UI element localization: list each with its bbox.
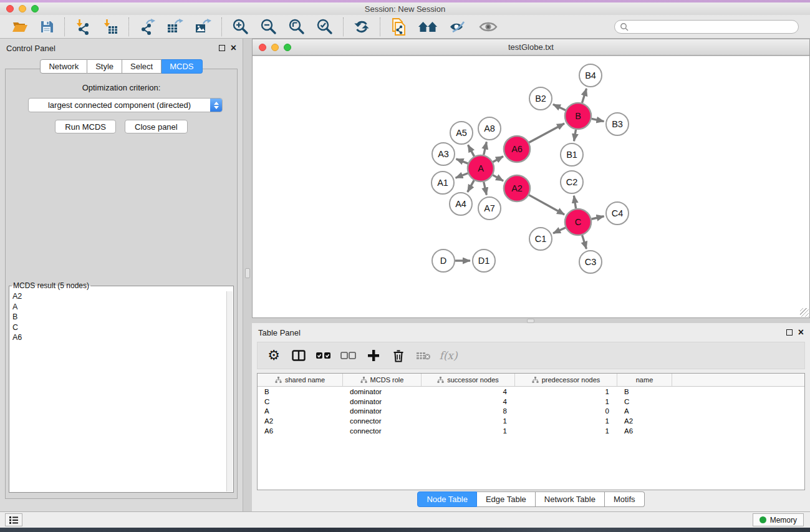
edge-A-A1[interactable] bbox=[456, 173, 468, 178]
table-cell[interactable]: A2 bbox=[258, 417, 343, 425]
zoom-out-button[interactable] bbox=[254, 17, 282, 37]
table-cell[interactable]: 1 bbox=[515, 417, 617, 425]
delete-table-button[interactable] bbox=[413, 344, 433, 367]
node-A1[interactable]: A1 bbox=[432, 172, 454, 194]
column-header-name[interactable]: name bbox=[617, 374, 672, 386]
open-file-button[interactable] bbox=[6, 17, 34, 37]
unselect-all-button[interactable] bbox=[339, 344, 359, 367]
table-row[interactable]: Cdominator41C bbox=[258, 397, 804, 407]
close-table-panel-icon[interactable]: × bbox=[798, 329, 804, 336]
table-row[interactable]: A6connector11A6 bbox=[258, 426, 804, 436]
mcds-result-item[interactable]: B bbox=[10, 312, 226, 322]
node-A4[interactable]: A4 bbox=[450, 193, 472, 215]
table-cell[interactable]: 4 bbox=[422, 398, 515, 405]
table-cell[interactable]: 4 bbox=[422, 388, 515, 395]
network-canvas[interactable]: B4B2BB3A8A5A6A3B1AA1C2A2A4A7C4CC1DD1C3 bbox=[253, 56, 809, 317]
zoom-in-button[interactable] bbox=[226, 17, 254, 37]
table-row[interactable]: A2connector11A2 bbox=[258, 416, 804, 426]
network-window-titlebar[interactable]: testGlobe.txt bbox=[253, 39, 809, 56]
table-cell[interactable]: B bbox=[258, 388, 343, 395]
table-cell[interactable]: A6 bbox=[258, 427, 343, 435]
import-network-button[interactable] bbox=[69, 17, 97, 37]
edge-B-B2[interactable] bbox=[553, 104, 566, 110]
node-A5[interactable]: A5 bbox=[450, 122, 473, 144]
column-header-mcds-role[interactable]: MCDS role bbox=[343, 374, 422, 386]
table-row[interactable]: Adominator80A bbox=[258, 406, 804, 416]
node-B[interactable]: B bbox=[565, 103, 591, 129]
table-cell[interactable]: 1 bbox=[422, 427, 515, 435]
node-B4[interactable]: B4 bbox=[579, 64, 602, 87]
hide-selected-button[interactable] bbox=[443, 17, 473, 37]
node-C3[interactable]: C3 bbox=[579, 251, 602, 273]
import-table-button[interactable] bbox=[97, 17, 124, 37]
table-cell[interactable]: A bbox=[258, 407, 343, 415]
table-cell[interactable]: 1 bbox=[422, 417, 515, 425]
window-resize-grip[interactable] bbox=[800, 308, 809, 317]
node-B3[interactable]: B3 bbox=[606, 113, 629, 135]
edge-B-B3[interactable] bbox=[592, 118, 604, 121]
node-A2[interactable]: A2 bbox=[504, 175, 530, 201]
edge-A6-B[interactable] bbox=[529, 123, 564, 143]
table-settings-button[interactable]: ⚙ bbox=[264, 344, 284, 367]
node-D[interactable]: D bbox=[432, 249, 455, 272]
node-A7[interactable]: A7 bbox=[478, 197, 501, 220]
mcds-result-item[interactable]: C bbox=[10, 322, 226, 333]
tab-select[interactable]: Select bbox=[122, 59, 162, 74]
column-header-shared-name[interactable]: shared name bbox=[258, 374, 343, 386]
table-cell[interactable]: dominator bbox=[343, 388, 422, 395]
table-cell[interactable]: dominator bbox=[343, 398, 422, 405]
zoom-selected-button[interactable] bbox=[311, 17, 339, 37]
table-cell[interactable]: 0 bbox=[515, 407, 617, 415]
edge-A-A3[interactable] bbox=[456, 159, 468, 163]
zoom-fit-button[interactable] bbox=[282, 17, 311, 37]
float-table-panel-icon[interactable] bbox=[786, 329, 793, 336]
export-table-button[interactable] bbox=[161, 17, 189, 37]
node-C2[interactable]: C2 bbox=[561, 171, 583, 193]
edge-A-A4[interactable] bbox=[468, 180, 474, 192]
close-panel-button[interactable]: Close panel bbox=[125, 120, 188, 133]
horizontal-split-handle[interactable] bbox=[527, 319, 534, 323]
table-cell[interactable]: 1 bbox=[515, 388, 617, 395]
close-panel-icon[interactable]: × bbox=[231, 45, 236, 51]
edge-A-A5[interactable] bbox=[468, 145, 475, 156]
table-tab-network-table[interactable]: Network Table bbox=[536, 491, 605, 507]
node-A[interactable]: A bbox=[468, 155, 494, 181]
table-tab-edge-table[interactable]: Edge Table bbox=[477, 491, 536, 507]
mcds-result-item[interactable]: A2 bbox=[10, 291, 226, 302]
run-mcds-button[interactable]: Run MCDS bbox=[55, 120, 116, 133]
table-cell[interactable]: 1 bbox=[515, 427, 617, 435]
column-header-predecessor-nodes[interactable]: predecessor nodes bbox=[515, 374, 617, 386]
node-B2[interactable]: B2 bbox=[529, 87, 552, 110]
edge-B-B4[interactable] bbox=[582, 89, 586, 103]
table-cell[interactable]: C bbox=[258, 398, 343, 405]
select-all-button[interactable] bbox=[314, 344, 334, 367]
mcds-result-item[interactable]: A6 bbox=[10, 332, 226, 343]
edge-A-A8[interactable] bbox=[484, 142, 487, 155]
export-network-button[interactable] bbox=[133, 17, 161, 37]
table-cell[interactable]: A2 bbox=[617, 417, 672, 425]
refresh-button[interactable] bbox=[348, 17, 375, 37]
show-all-button[interactable] bbox=[473, 17, 503, 37]
table-cell[interactable]: A6 bbox=[617, 427, 672, 435]
result-list-scrollbar[interactable] bbox=[226, 291, 233, 491]
table-cell[interactable]: 1 bbox=[515, 398, 617, 405]
node-B1[interactable]: B1 bbox=[561, 143, 583, 166]
save-session-button[interactable] bbox=[34, 17, 60, 37]
export-image-button[interactable] bbox=[189, 17, 217, 37]
table-cell[interactable]: A bbox=[617, 407, 672, 415]
function-builder-button[interactable]: f(x) bbox=[438, 344, 458, 367]
float-panel-icon[interactable] bbox=[219, 45, 225, 51]
edge-A-A2[interactable] bbox=[493, 175, 503, 181]
table-tab-motifs[interactable]: Motifs bbox=[605, 491, 645, 507]
node-A3[interactable]: A3 bbox=[432, 143, 455, 165]
node-C1[interactable]: C1 bbox=[529, 228, 552, 250]
node-A8[interactable]: A8 bbox=[478, 117, 501, 140]
criterion-dropdown[interactable]: largest connected component (directed) bbox=[28, 98, 223, 112]
home-button[interactable] bbox=[412, 17, 443, 37]
tab-style[interactable]: Style bbox=[87, 59, 122, 74]
edge-A-A6[interactable] bbox=[493, 157, 503, 162]
node-C[interactable]: C bbox=[565, 209, 591, 235]
edge-C-C1[interactable] bbox=[553, 228, 566, 233]
tab-mcds[interactable]: MCDS bbox=[162, 59, 202, 74]
table-cell[interactable]: dominator bbox=[343, 407, 422, 415]
